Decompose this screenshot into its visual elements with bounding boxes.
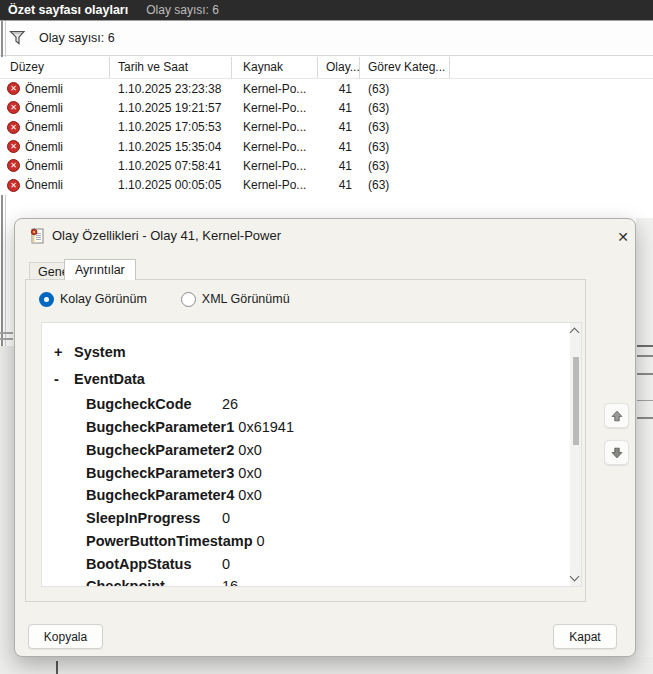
details-tab-page: Kolay Görünüm XML Görünümü + System - Ev… (25, 279, 586, 602)
property-name: SleepInProgress (86, 510, 218, 526)
datetime-cell: 1.10.2025 15:35:04 (110, 140, 232, 154)
critical-icon: ✕ (7, 140, 20, 153)
property-row: PowerButtonTimestamp0 (42, 530, 562, 553)
scrollbar-thumb[interactable] (573, 357, 579, 445)
property-row: BugcheckCode26 (42, 393, 562, 416)
close-button[interactable]: Kapat (553, 624, 617, 649)
filter-bar[interactable]: Olay sayısı: 6 (0, 20, 653, 56)
up-arrow-icon (610, 409, 624, 423)
category-cell: (63) (360, 82, 450, 96)
down-arrow-icon (610, 446, 624, 460)
copy-button[interactable]: Kopyala (28, 624, 103, 649)
level-cell: ✕Önemli (0, 140, 110, 154)
critical-icon: ✕ (7, 121, 20, 134)
table-row[interactable]: ✕Önemli1.10.2025 15:35:04Kernel-Po...41(… (0, 137, 653, 156)
source-cell: Kernel-Po... (232, 101, 318, 115)
table-row[interactable]: ✕Önemli1.10.2025 00:05:05Kernel-Po...41(… (0, 176, 653, 195)
source-cell: Kernel-Po... (232, 140, 318, 154)
property-name: BootAppStatus (86, 556, 218, 572)
property-row: SleepInProgress0 (42, 507, 562, 530)
close-icon[interactable]: ✕ (612, 226, 634, 248)
scrollbar[interactable] (570, 323, 581, 586)
eventid-cell: 41 (318, 101, 360, 115)
source-cell: Kernel-Po... (232, 178, 318, 192)
eventid-cell: 41 (318, 140, 360, 154)
collapse-icon[interactable]: - (42, 371, 74, 387)
column-header[interactable]: Olay... (318, 57, 360, 78)
property-name: BugcheckParameter3 (86, 465, 234, 481)
property-value: 0x0 (238, 465, 261, 481)
background-separator (637, 373, 653, 375)
event-rows: ✕Önemli1.10.2025 23:23:38Kernel-Po...41(… (0, 79, 653, 195)
event-properties-icon (29, 228, 45, 244)
splitter-mark (0, 332, 13, 334)
table-row[interactable]: ✕Önemli1.10.2025 07:58:41Kernel-Po...41(… (0, 156, 653, 175)
friendly-view-radio[interactable] (39, 292, 54, 307)
xml-view-label[interactable]: XML Görünümü (202, 292, 290, 306)
property-value: 0 (222, 510, 230, 526)
expand-icon[interactable]: + (42, 344, 74, 360)
property-row: BugcheckParameter20x0 (42, 439, 562, 462)
source-cell: Kernel-Po... (232, 82, 318, 96)
eventid-cell: 41 (318, 159, 360, 173)
property-name: PowerButtonTimestamp (86, 533, 253, 549)
column-header[interactable]: Kaynak (232, 57, 318, 78)
eventid-cell: 41 (318, 82, 360, 96)
table-row[interactable]: ✕Önemli1.10.2025 19:21:57Kernel-Po...41(… (0, 98, 653, 117)
scroll-up-icon[interactable] (570, 328, 580, 338)
eventid-cell: 41 (318, 178, 360, 192)
property-value: 16 (222, 578, 238, 587)
event-data-properties: BugcheckCode26BugcheckParameter10x61941B… (42, 393, 562, 587)
property-value: 0 (257, 533, 265, 549)
friendly-view-label[interactable]: Kolay Görünüm (60, 292, 147, 306)
property-value: 0 (222, 556, 230, 572)
column-header[interactable]: Tarih ve Saat (110, 57, 232, 78)
column-header[interactable]: Düzey (0, 57, 110, 78)
table-row[interactable]: ✕Önemli1.10.2025 17:05:53Kernel-Po...41(… (0, 118, 653, 137)
source-cell: Kernel-Po... (232, 120, 318, 134)
next-event-button[interactable] (604, 440, 629, 465)
property-name: BugcheckParameter2 (86, 442, 234, 458)
scroll-down-icon[interactable] (570, 572, 580, 582)
friendly-view-content: + System - EventData BugcheckCode26Bugch… (41, 322, 582, 587)
datetime-cell: 1.10.2025 23:23:38 (110, 82, 232, 96)
category-cell: (63) (360, 159, 450, 173)
category-cell: (63) (360, 120, 450, 134)
tree-node-system[interactable]: + System (42, 341, 126, 363)
critical-icon: ✕ (7, 179, 20, 192)
property-name: Checkpoint (86, 578, 218, 587)
source-cell: Kernel-Po... (232, 159, 318, 173)
property-row: BugcheckParameter30x0 (42, 461, 562, 484)
background-separator (637, 400, 653, 401)
previous-event-button[interactable] (604, 403, 629, 428)
property-name: BugcheckParameter1 (86, 419, 234, 435)
actions-pane-sliver (636, 218, 653, 657)
dialog-title: Olay Özellikleri - Olay 41, Kernel-Power (52, 228, 281, 243)
splitter-mark (0, 338, 13, 340)
level-cell: ✕Önemli (0, 120, 110, 134)
tab-ayrintilar[interactable]: Ayrıntılar (64, 259, 136, 280)
category-cell: (63) (360, 101, 450, 115)
summary-header: Özet sayfası olayları Olay sayısı: 6 (0, 0, 653, 20)
property-value: 0x61941 (238, 419, 294, 435)
xml-view-radio[interactable] (181, 292, 196, 307)
event-properties-dialog: Olay Özellikleri - Olay 41, Kernel-Power… (14, 218, 636, 657)
category-cell: (63) (360, 140, 450, 154)
property-name: BugcheckParameter4 (86, 487, 234, 503)
filter-event-count: Olay sayısı: 6 (39, 31, 115, 45)
tree-node-eventdata[interactable]: - EventData (42, 368, 145, 390)
level-cell: ✕Önemli (0, 82, 110, 96)
property-value: 26 (222, 396, 238, 412)
funnel-icon (9, 30, 26, 46)
property-name: BugcheckCode (86, 396, 218, 412)
event-table: DüzeyTarih ve SaatKaynakOlay...Görev Kat… (0, 57, 653, 195)
background-separator (637, 355, 653, 357)
summary-title: Özet sayfası olayları (0, 3, 128, 17)
level-cell: ✕Önemli (0, 159, 110, 173)
column-header[interactable]: Görev Kateg... (360, 57, 450, 78)
tree-node-label: System (74, 344, 126, 360)
eventid-cell: 41 (318, 120, 360, 134)
table-row[interactable]: ✕Önemli1.10.2025 23:23:38Kernel-Po...41(… (0, 79, 653, 98)
table-header-row: DüzeyTarih ve SaatKaynakOlay...Görev Kat… (0, 57, 653, 79)
critical-icon: ✕ (7, 101, 20, 114)
